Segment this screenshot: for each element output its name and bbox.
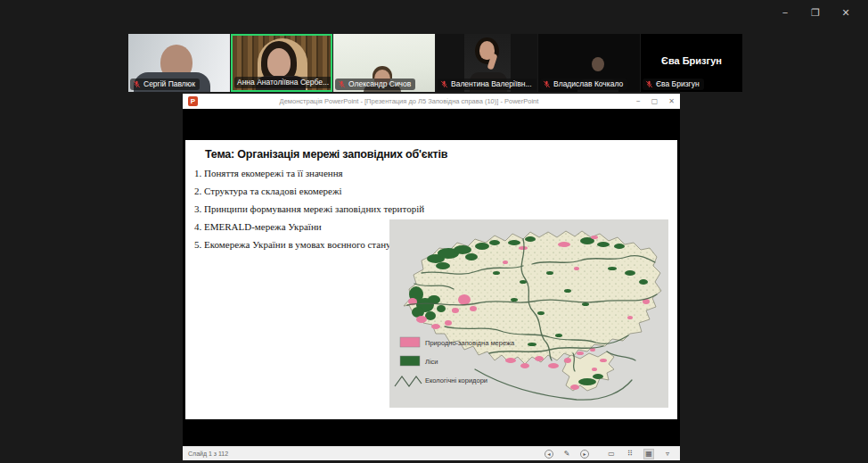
participant-name-label: Владислав Кочкало [540,79,627,90]
participant-tile-anna-serbe-active-speaker[interactable]: Анна Анатоліївна Сербе... [231,34,332,92]
participant-name-label: Сергій Павлюк [130,79,200,90]
list-item: 3. Принципи формування мережі заповідних… [194,203,424,214]
slide-title: Тема: Організація мережі заповідних об'є… [205,148,447,161]
minimize-button[interactable]: − [636,97,641,105]
powerpoint-status-bar: Слайд 1 з 112 ◂ ✎ ▸ ▭ ⠿ ▦ ▿ [183,446,680,460]
participant-name: Сергій Павлюк [143,79,195,89]
slide-counter: Слайд 1 з 112 [188,451,228,457]
next-slide-button[interactable]: ▸ [580,450,589,459]
participant-name: Єва Бризгун [656,79,700,89]
list-item: 1. Поняття екомережі та її значення [194,168,424,178]
restore-button[interactable]: ❐ [800,4,831,21]
participant-tile-valentyna-valeriivna[interactable]: Валентина Валеріївн... [436,34,537,92]
powerpoint-app-icon: P [188,96,198,106]
participant-display-name: Єва Бризгун [641,55,742,66]
legend-label: Екологічні коридори [425,376,487,384]
list-item: 2. Структура та складові екомережі [194,186,424,196]
muted-mic-icon [543,80,551,88]
muted-mic-icon [645,80,653,88]
meeting-app-window: − ❐ ✕ Сергій Павлюк [0,0,868,463]
muted-mic-icon [338,80,346,88]
close-button[interactable]: ✕ [831,4,861,21]
close-button[interactable]: ✕ [668,97,675,105]
powerpoint-window-controls: − ▢ ✕ [636,94,675,109]
participant-name-label: Олександр Сичов [335,79,415,90]
muted-mic-icon [133,80,141,88]
previous-slide-button[interactable]: ◂ [545,450,553,459]
current-view-button[interactable]: ▦ [643,449,654,459]
presentation-slide: Тема: Організація мережі заповідних об'є… [185,140,677,419]
legend-swatch-protected [400,337,420,347]
participant-strip: Сергій Павлюк Анна Анатоліївна Сербе... [128,34,742,92]
legend-swatch-forest [400,356,420,366]
participant-name: Валентина Валеріївн... [451,79,532,89]
participant-name: Олександр Сичов [348,79,411,89]
restore-button[interactable]: ▢ [651,97,659,105]
legend-label: Ліси [425,358,438,366]
participant-tile-serhii-pavliuk[interactable]: Сергій Павлюк [128,34,230,92]
participant-name: Анна Анатоліївна Сербе... [237,78,329,87]
participant-tile-oleksandr-sychov[interactable]: Олександр Сичов [333,34,435,92]
powerpoint-shared-window: P Демонстрація PowerPoint - [Презентация… [183,94,680,460]
powerpoint-title-bar: P Демонстрація PowerPoint - [Презентация… [183,94,680,109]
participant-tile-yeva-bryzhun[interactable]: Єва Бризгун Єва Бризгун [641,34,742,92]
participant-tile-vladyslav-kochkalo[interactable]: Владислав Кочкало [538,34,640,92]
more-options-chevron[interactable]: ▿ [662,449,673,459]
legend-label: Природно-заповідна мережа [425,339,515,347]
participant-name-label: Анна Анатоліївна Сербе... [234,77,332,88]
participant-name-label: Єва Бризгун [643,79,704,90]
ukraine-econetwork-map: Природно-заповідна мережа Ліси Екологічн… [389,219,668,408]
frame-view-button[interactable]: ▭ [606,449,617,459]
see-all-slides-button[interactable]: ⠿ [625,449,635,459]
pen-tool-button[interactable]: ✎ [561,449,572,459]
participant-name: Владислав Кочкало [553,79,623,89]
muted-mic-icon [440,80,448,88]
slideshow-toolbar: ◂ ✎ ▸ ▭ ⠿ ▦ ▿ [545,449,673,459]
participant-name-label: Валентина Валеріївн... [438,79,536,90]
app-window-controls: − ❐ ✕ [770,4,861,21]
minimize-button[interactable]: − [770,4,800,21]
powerpoint-window-title: Демонстрація PowerPoint - [Презентация д… [218,94,600,109]
